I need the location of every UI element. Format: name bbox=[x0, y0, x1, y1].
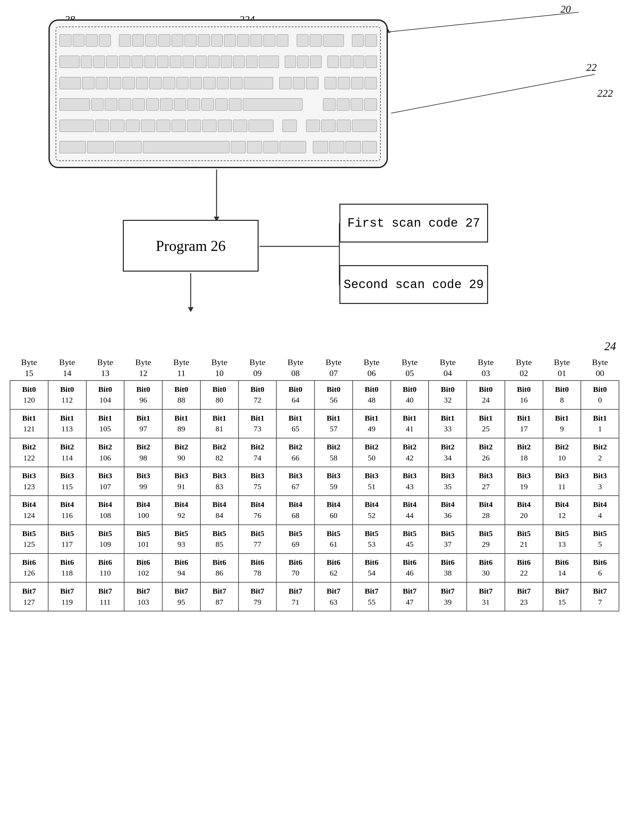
key bbox=[279, 77, 292, 89]
key bbox=[251, 34, 262, 47]
keyboard bbox=[49, 19, 388, 168]
table-cell-7-15: Bit77 bbox=[581, 582, 619, 611]
key bbox=[237, 34, 249, 47]
table-cell-1-14: Bit19 bbox=[543, 409, 581, 438]
key bbox=[172, 34, 184, 47]
table-cell-2-3: Bit298 bbox=[124, 438, 162, 467]
key bbox=[60, 34, 71, 47]
table-row: Bit5125Bit5117Bit5109Bit5101Bit593Bit585… bbox=[10, 525, 619, 554]
table-cell-0-12: Bit024 bbox=[467, 381, 505, 409]
table-cell-1-8: Bit157 bbox=[314, 409, 353, 438]
table-cell-4-15: Bit44 bbox=[581, 496, 619, 524]
key bbox=[352, 120, 377, 132]
table-cell-4-10: Bit444 bbox=[391, 496, 429, 524]
key bbox=[160, 98, 173, 111]
key bbox=[132, 34, 144, 47]
table-cell-0-5: Bit080 bbox=[200, 381, 238, 409]
table-cell-5-9: Bit553 bbox=[353, 525, 391, 554]
key bbox=[337, 98, 349, 111]
table-cell-3-0: Bit3123 bbox=[10, 467, 48, 496]
program-box: Program 26 bbox=[123, 220, 259, 272]
key bbox=[233, 120, 247, 132]
key bbox=[118, 98, 131, 111]
key bbox=[156, 120, 171, 132]
key bbox=[218, 120, 232, 132]
table-body: Bit0120Bit0112Bit0104Bit096Bit088Bit080B… bbox=[10, 381, 619, 611]
key bbox=[329, 141, 344, 153]
key bbox=[306, 77, 318, 89]
table-cell-3-13: Bit319 bbox=[505, 467, 543, 496]
table-cell-2-15: Bit22 bbox=[581, 438, 619, 467]
key bbox=[170, 55, 181, 68]
key bbox=[91, 98, 104, 111]
column-header-2: Byte13 bbox=[86, 356, 125, 381]
key bbox=[353, 55, 364, 68]
key bbox=[340, 55, 352, 68]
table-cell-6-12: Bit630 bbox=[467, 554, 505, 582]
key bbox=[145, 55, 156, 68]
key bbox=[82, 77, 95, 89]
key bbox=[282, 120, 297, 132]
key bbox=[323, 98, 336, 111]
table-section: 24 Byte15Byte14Byte13Byte12Byte11Byte10B… bbox=[10, 356, 619, 611]
key bbox=[163, 77, 175, 89]
table-cell-2-9: Bit250 bbox=[353, 438, 391, 467]
key bbox=[190, 77, 202, 89]
keyboard-inner bbox=[55, 27, 381, 161]
key-row-6 bbox=[60, 137, 377, 157]
ref-222: 222 bbox=[597, 87, 613, 99]
table-cell-6-2: Bit6110 bbox=[86, 554, 125, 582]
table-cell-4-3: Bit4100 bbox=[124, 496, 162, 524]
key bbox=[145, 34, 157, 47]
key bbox=[174, 98, 186, 111]
table-cell-1-4: Bit189 bbox=[162, 409, 200, 438]
table-cell-4-12: Bit428 bbox=[467, 496, 505, 524]
column-header-0: Byte15 bbox=[10, 356, 48, 381]
table-cell-7-11: Bit739 bbox=[429, 582, 467, 611]
table-cell-4-2: Bit4108 bbox=[86, 496, 125, 524]
table-cell-5-4: Bit593 bbox=[162, 525, 200, 554]
key bbox=[119, 34, 131, 47]
table-cell-2-2: Bit2106 bbox=[86, 438, 125, 467]
key bbox=[158, 34, 170, 47]
table-cell-5-8: Bit561 bbox=[314, 525, 353, 554]
key bbox=[328, 55, 339, 68]
key-row-3 bbox=[60, 73, 377, 93]
table-cell-0-2: Bit0104 bbox=[86, 381, 125, 409]
table-cell-7-5: Bit787 bbox=[200, 582, 238, 611]
key bbox=[81, 55, 92, 68]
column-header-14: Byte01 bbox=[543, 356, 581, 381]
table-cell-6-4: Bit694 bbox=[162, 554, 200, 582]
table-cell-3-14: Bit311 bbox=[543, 467, 581, 496]
key bbox=[362, 141, 377, 153]
key bbox=[202, 120, 216, 132]
key bbox=[123, 77, 135, 89]
key bbox=[119, 55, 130, 68]
table-cell-3-15: Bit33 bbox=[581, 467, 619, 496]
table-cell-1-1: Bit1113 bbox=[48, 409, 86, 438]
key bbox=[364, 98, 377, 111]
table-cell-6-15: Bit66 bbox=[581, 554, 619, 582]
key bbox=[231, 141, 246, 153]
table-cell-4-14: Bit412 bbox=[543, 496, 581, 524]
table-cell-1-7: Bit165 bbox=[276, 409, 314, 438]
program-label: Program 26 bbox=[156, 237, 225, 254]
key bbox=[365, 34, 377, 47]
key bbox=[293, 77, 305, 89]
key bbox=[60, 77, 81, 89]
table-row: Bit0120Bit0112Bit0104Bit096Bit088Bit080B… bbox=[10, 381, 619, 409]
key bbox=[93, 55, 105, 68]
key bbox=[73, 34, 85, 47]
ref-22: 22 bbox=[586, 62, 597, 73]
table-cell-7-9: Bit755 bbox=[353, 582, 391, 611]
table-cell-7-13: Bit723 bbox=[505, 582, 543, 611]
diagram-area: 20 28 224 22 222 bbox=[0, 0, 629, 356]
table-cell-2-8: Bit258 bbox=[314, 438, 353, 467]
table-cell-0-0: Bit0120 bbox=[10, 381, 48, 409]
key bbox=[297, 55, 309, 68]
table-cell-1-3: Bit197 bbox=[124, 409, 162, 438]
table-cell-6-5: Bit686 bbox=[200, 554, 238, 582]
key bbox=[297, 34, 309, 47]
table-cell-0-1: Bit0112 bbox=[48, 381, 86, 409]
table-cell-5-3: Bit5101 bbox=[124, 525, 162, 554]
